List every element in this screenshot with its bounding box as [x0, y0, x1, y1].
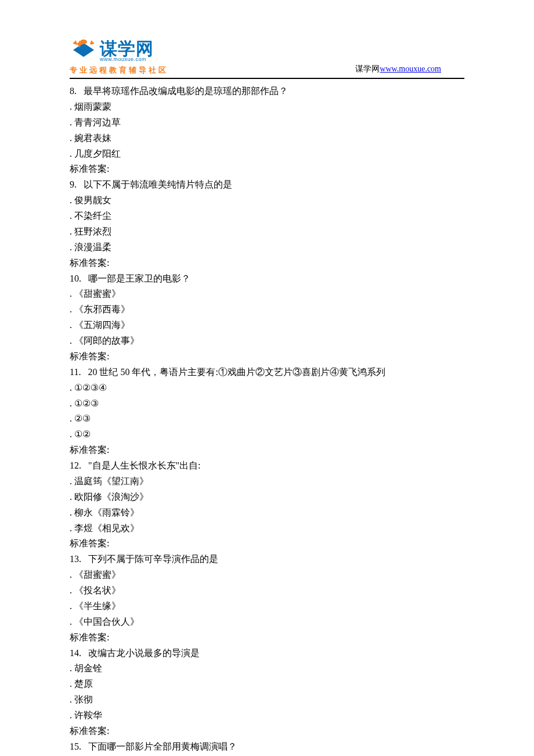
answer-label: 标准答案:	[70, 349, 464, 365]
option-item: 浪漫温柔	[70, 240, 464, 255]
question-text: 8. 最早将琼瑶作品改编成电影的是琼瑶的那部作品？	[70, 84, 464, 99]
option-item: 《东邪西毒》	[70, 302, 464, 318]
option-item: 《甜蜜蜜》	[70, 567, 464, 583]
question-text: 11. 20 世纪 50 年代，粤语片主要有:①戏曲片②文艺片③喜剧片④黄飞鸿系…	[70, 365, 464, 380]
option-item: 《中国合伙人》	[70, 614, 464, 630]
option-item: 欧阳修《浪淘沙》	[70, 489, 464, 505]
question-text: 9. 以下不属于韩流唯美纯情片特点的是	[70, 177, 464, 193]
site-reference: 谋学网www.mouxue.com	[355, 64, 464, 75]
site-label: 谋学网	[355, 64, 380, 73]
question-text: 10. 哪一部是王家卫的电影？	[70, 271, 464, 287]
option-item: 《投名状》	[70, 583, 464, 599]
logo: 谋学网 www.mouxue.com 专业远程教育辅导社区	[70, 39, 168, 75]
option-item: 几度夕阳红	[70, 146, 464, 162]
option-item: 楚原	[70, 676, 464, 692]
option-item: ①②③④	[70, 380, 464, 396]
option-item: 烟雨蒙蒙	[70, 99, 464, 115]
option-item: ②③	[70, 411, 464, 427]
answer-label: 标准答案:	[70, 442, 464, 458]
answer-label: 标准答案:	[70, 723, 464, 739]
option-item: 《五湖四海》	[70, 318, 464, 333]
option-item: 狂野浓烈	[70, 224, 464, 240]
question-text: 12. "自是人生长恨水长东"出自:	[70, 458, 464, 474]
option-item: 不染纤尘	[70, 208, 464, 224]
page-header: 谋学网 www.mouxue.com 专业远程教育辅导社区 谋学网www.mou…	[70, 35, 464, 75]
answer-label: 标准答案:	[70, 255, 464, 271]
option-item: 婉君表妹	[70, 131, 464, 146]
option-item: 温庭筠《望江南》	[70, 474, 464, 489]
option-item: 张彻	[70, 692, 464, 708]
logo-icon	[70, 39, 98, 63]
logo-text: 谋学网	[100, 40, 154, 57]
option-item: 柳永《雨霖铃》	[70, 505, 464, 521]
option-item: ①②	[70, 427, 464, 442]
answer-label: 标准答案:	[70, 161, 464, 177]
site-link[interactable]: www.mouxue.com	[380, 64, 441, 73]
divider	[70, 78, 464, 79]
option-item: 青青河边草	[70, 115, 464, 131]
option-item: 李煜《相见欢》	[70, 521, 464, 537]
logo-subtitle: 专业远程教育辅导社区	[70, 65, 168, 75]
question-text: 14. 改编古龙小说最多的导演是	[70, 646, 464, 661]
option-item: 许鞍华	[70, 708, 464, 723]
answer-label: 标准答案:	[70, 630, 464, 646]
answer-label: 标准答案:	[70, 536, 464, 552]
option-item: 胡金铨	[70, 661, 464, 676]
option-item: 俊男靓女	[70, 193, 464, 208]
logo-url-small: www.mouxue.com	[100, 56, 154, 62]
option-item: 《甜蜜蜜》	[70, 286, 464, 302]
option-item: ①②③	[70, 396, 464, 412]
option-item: 《阿郎的故事》	[70, 333, 464, 349]
question-text: 13. 下列不属于陈可辛导演作品的是	[70, 552, 464, 567]
question-list: 8. 最早将琼瑶作品改编成电影的是琼瑶的那部作品？烟雨蒙蒙青青河边草婉君表妹几度…	[70, 84, 464, 755]
option-item: 《半生缘》	[70, 599, 464, 614]
svg-point-0	[80, 39, 87, 44]
question-text: 15. 下面哪一部影片全部用黄梅调演唱？	[70, 739, 464, 755]
